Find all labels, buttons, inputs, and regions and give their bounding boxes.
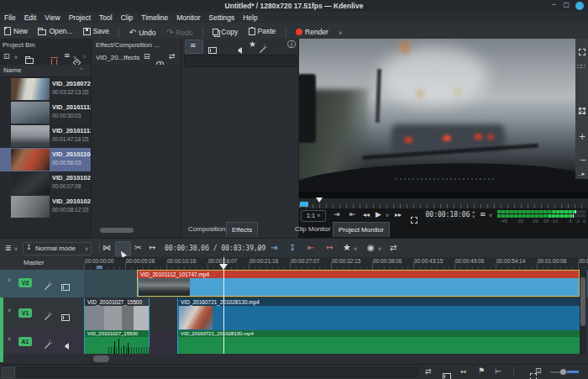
show-audio-thumbnails-icon[interactable]: ↔ bbox=[460, 368, 467, 376]
custom-effects-icon[interactable] bbox=[260, 47, 265, 53]
favorite-effects-icon[interactable]: ★ bbox=[249, 40, 256, 49]
collapse-track-icon[interactable]: ˅ bbox=[8, 277, 11, 283]
master-button[interactable]: Master bbox=[24, 259, 44, 266]
timeline-settings-dropdown[interactable]: ˅ bbox=[14, 246, 18, 252]
monitor-menu-dropdown[interactable]: ˅ bbox=[489, 213, 492, 218]
razor-tool-button[interactable]: ✂ bbox=[134, 244, 141, 252]
show-video-thumbnails-icon[interactable] bbox=[443, 373, 451, 379]
split-compare-icon[interactable]: ⊟ bbox=[144, 53, 150, 61]
menu-timeline[interactable]: Timeline bbox=[137, 12, 172, 24]
collapse-track-icon[interactable]: ˅ bbox=[8, 308, 11, 313]
extract-zone-icon[interactable]: ⇤ bbox=[307, 244, 314, 252]
spacer-tool-button[interactable]: ↔ bbox=[149, 244, 155, 252]
menu-file[interactable]: File bbox=[0, 12, 20, 24]
mixed-audio-icon[interactable]: ⇄ bbox=[425, 368, 432, 376]
selection-tool-button[interactable] bbox=[115, 241, 131, 256]
render-button[interactable]: Render bbox=[291, 24, 333, 39]
timeline-hscrollbar-thumb[interactable] bbox=[93, 355, 109, 362]
grid-icon[interactable]: ∷∷ bbox=[577, 64, 585, 71]
track-effects-icon[interactable] bbox=[45, 343, 50, 349]
track-tag-a1[interactable]: A1 bbox=[18, 337, 32, 346]
zoom-out-monitor-icon[interactable]: − bbox=[580, 156, 586, 165]
effect-options-icon[interactable]: ⇄ bbox=[169, 53, 176, 61]
effect-info-icon[interactable]: ⓘ bbox=[287, 40, 296, 49]
mixer-toggle-icon[interactable]: ⇄ bbox=[390, 244, 396, 252]
play-button[interactable]: ▶ bbox=[375, 211, 381, 218]
track-v2-lane[interactable]: VID_20101112_101747.mp4 bbox=[84, 270, 588, 297]
show-all-effects-toggle[interactable]: ≡ bbox=[185, 39, 203, 54]
monitor-video-frame[interactable] bbox=[299, 39, 588, 192]
zoom-slider-handle[interactable] bbox=[560, 369, 566, 375]
bin-clip-row[interactable]: VID_2010111200:00:30:03 bbox=[0, 101, 91, 124]
timeline-clip-v1-b[interactable]: VID_20160721_201028130.mp4 bbox=[177, 298, 580, 330]
audio-effects-icon[interactable] bbox=[234, 47, 242, 54]
paste-button[interactable]: Paste bbox=[244, 24, 281, 39]
video-effects-icon[interactable] bbox=[208, 47, 217, 54]
menu-edit[interactable]: Edit bbox=[20, 12, 41, 24]
timeline-playhead-handle[interactable] bbox=[219, 264, 228, 270]
track-header-v2[interactable]: ˅ V2 bbox=[0, 270, 84, 298]
menu-tool[interactable]: Tool bbox=[95, 12, 117, 24]
zone-mode-icon[interactable] bbox=[411, 217, 417, 224]
bin-view-dropdown[interactable]: ˅ bbox=[73, 55, 76, 61]
track-effects-icon[interactable] bbox=[45, 314, 50, 320]
bin-name-header[interactable]: Name ^ bbox=[0, 65, 91, 77]
timeline-clip-a1-a[interactable]: VID_20101027_15500 bbox=[84, 330, 150, 354]
timeline-playhead[interactable] bbox=[223, 257, 224, 354]
overwrite-zone-icon[interactable]: ↧ bbox=[289, 244, 296, 252]
create-folder-button[interactable] bbox=[25, 58, 34, 64]
zoom-out-timeline-icon[interactable]: ⊡ bbox=[535, 367, 542, 375]
record-icon[interactable]: ◉ bbox=[367, 244, 375, 252]
status-grip[interactable] bbox=[2, 367, 15, 378]
track-v1-lane[interactable]: VID_20101027_15500 VID_20160721_20102813… bbox=[84, 297, 588, 330]
effect-stack-hscrollbar[interactable] bbox=[100, 228, 134, 233]
ruler-zone-marker[interactable] bbox=[97, 266, 102, 269]
forward-button[interactable]: ▸▸ bbox=[395, 212, 402, 218]
bin-clip-row-selected[interactable]: VID_2010110600:00:56:03 bbox=[0, 148, 91, 171]
menu-help[interactable]: Help bbox=[239, 12, 261, 24]
new-button[interactable]: New bbox=[0, 23, 32, 39]
play-dropdown[interactable]: ˅ bbox=[386, 213, 389, 218]
bin-clip-row[interactable]: VID_2016072100:03:32:13 [2] bbox=[0, 77, 91, 101]
zone-in-icon[interactable]: ⇥ bbox=[333, 211, 340, 218]
insert-zone-icon[interactable]: ⇥ bbox=[270, 244, 277, 252]
bin-clip-row[interactable]: VID_2010102700:00:07:08 bbox=[0, 171, 91, 195]
close-button[interactable] bbox=[575, 2, 584, 10]
tab-project-monitor[interactable]: Project Monitor bbox=[333, 222, 390, 237]
tab-effects[interactable]: Effects bbox=[226, 222, 258, 237]
menu-project[interactable]: Project bbox=[65, 12, 95, 24]
track-mute-icon[interactable] bbox=[61, 343, 69, 350]
collapse-track-icon[interactable]: ˅ bbox=[8, 336, 11, 342]
add-clip-dropdown[interactable]: ˅ bbox=[14, 55, 18, 61]
lift-zone-icon[interactable]: ↔ bbox=[326, 244, 333, 252]
more-options-icon[interactable]: ‥▸ bbox=[578, 171, 585, 177]
track-header-a1[interactable]: ˅ A1 bbox=[0, 330, 84, 355]
menu-settings[interactable]: Settings bbox=[205, 12, 239, 24]
mix-clips-icon[interactable]: ⋈ bbox=[102, 244, 111, 252]
timeline-settings-icon[interactable]: ≣ bbox=[5, 245, 12, 252]
record-dropdown[interactable]: ˅ bbox=[378, 246, 381, 252]
guides-overlay-icon[interactable]: ⊡ bbox=[579, 108, 585, 115]
monitor-zoom-select[interactable]: 1:1 ˅ bbox=[301, 210, 326, 222]
monitor-menu-button[interactable]: ≡ bbox=[480, 211, 486, 218]
track-effects-icon[interactable] bbox=[45, 284, 50, 290]
menu-clip[interactable]: Clip bbox=[117, 12, 138, 24]
favorite-effects-button[interactable]: ★ bbox=[343, 243, 351, 252]
maximize-button[interactable]: ▢ bbox=[563, 1, 570, 8]
add-clip-button[interactable]: ⊡ bbox=[3, 53, 10, 61]
track-a1-lane[interactable]: VID_20101027_15500 VID_20160721_20102813… bbox=[84, 330, 588, 354]
show-markers-icon[interactable]: ⚑ bbox=[478, 367, 485, 375]
zoom-in-monitor-icon[interactable]: + bbox=[579, 133, 585, 141]
bin-view-menu-button[interactable]: ≡ bbox=[64, 52, 71, 60]
timeline-clip-v1-a[interactable]: VID_20101027_15500 bbox=[84, 298, 150, 330]
monitor-playhead[interactable] bbox=[316, 197, 323, 203]
timeline-vscrollbar[interactable] bbox=[580, 270, 586, 354]
edit-mode-select[interactable]: ↧ Normal mode ˅ bbox=[23, 242, 92, 255]
track-tag-v2[interactable]: V2 bbox=[18, 278, 32, 287]
menu-monitor[interactable]: Monitor bbox=[172, 12, 204, 24]
fullscreen-icon[interactable] bbox=[579, 49, 585, 55]
open-button[interactable]: Open... bbox=[34, 23, 76, 39]
tab-clip-monitor[interactable]: Clip Monitor bbox=[290, 222, 336, 236]
track-thumbnails-icon[interactable] bbox=[61, 314, 70, 321]
timeline-ruler[interactable]: 00:00:00:00 00:00:05:08 00:00:10:16 00:0… bbox=[84, 257, 588, 270]
